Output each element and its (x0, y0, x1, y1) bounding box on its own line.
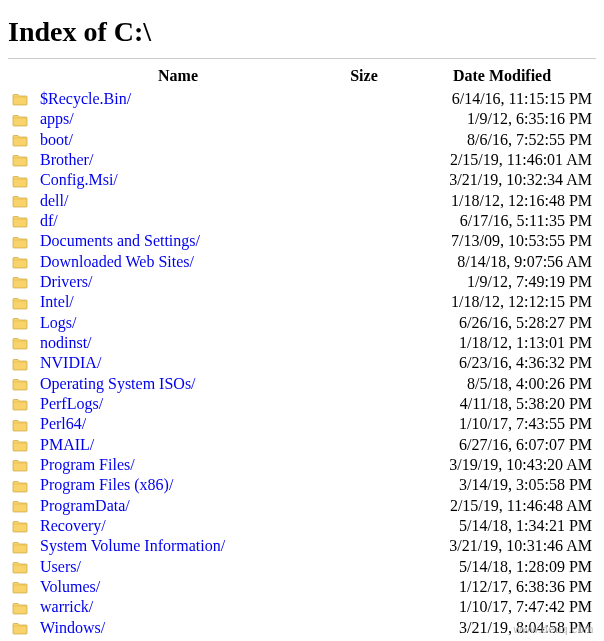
row-icon-cell (8, 313, 36, 333)
folder-icon (12, 601, 28, 617)
row-icon-cell (8, 577, 36, 597)
folder-icon (12, 458, 28, 474)
row-size-cell (320, 130, 408, 150)
table-row: NVIDIA/ 6/23/16, 4:36:32 PM (8, 353, 596, 373)
folder-icon (12, 580, 28, 596)
directory-link[interactable]: Perl64/ (40, 415, 86, 432)
directory-link[interactable]: dell/ (40, 192, 68, 209)
directory-link[interactable]: Downloaded Web Sites/ (40, 253, 194, 270)
row-size-cell (320, 191, 408, 211)
directory-link[interactable]: PMAIL/ (40, 436, 94, 453)
table-row: PerfLogs/ 4/11/18, 5:38:20 PM (8, 394, 596, 414)
directory-link[interactable]: boot/ (40, 131, 73, 148)
table-row: Perl64/ 1/10/17, 7:43:55 PM (8, 414, 596, 434)
row-icon-cell (8, 455, 36, 475)
row-date-cell: 6/27/16, 6:07:07 PM (408, 435, 596, 455)
directory-link[interactable]: Logs/ (40, 314, 76, 331)
row-date-cell: 3/21/19, 10:32:34 AM (408, 170, 596, 190)
row-size-cell (320, 414, 408, 434)
directory-link[interactable]: Drivers/ (40, 273, 92, 290)
row-name-cell: Volumes/ (36, 577, 320, 597)
row-date-cell: 3/21/19, 10:31:46 AM (408, 536, 596, 556)
row-icon-cell (8, 231, 36, 251)
row-name-cell: Recovery/ (36, 516, 320, 536)
folder-icon (12, 133, 28, 149)
folder-icon (12, 519, 28, 535)
folder-icon (12, 235, 28, 251)
directory-link[interactable]: Documents and Settings/ (40, 232, 200, 249)
row-icon-cell (8, 191, 36, 211)
row-date-cell: 3/19/19, 10:43:20 AM (408, 455, 596, 475)
folder-icon (12, 377, 28, 393)
table-row: Recovery/ 5/14/18, 1:34:21 PM (8, 516, 596, 536)
directory-link[interactable]: ProgramData/ (40, 497, 130, 514)
row-date-cell: 6/26/16, 5:28:27 PM (408, 313, 596, 333)
row-date-cell: 8/14/18, 9:07:56 AM (408, 252, 596, 272)
row-icon-cell (8, 435, 36, 455)
row-icon-cell (8, 394, 36, 414)
directory-link[interactable]: Program Files (x86)/ (40, 476, 173, 493)
row-name-cell: Documents and Settings/ (36, 231, 320, 251)
directory-link[interactable]: NVIDIA/ (40, 354, 101, 371)
header-icon (8, 65, 36, 89)
folder-icon (12, 499, 28, 515)
directory-link[interactable]: Intel/ (40, 293, 74, 310)
row-name-cell: Brother/ (36, 150, 320, 170)
header-size[interactable]: Size (320, 65, 408, 89)
folder-icon (12, 296, 28, 312)
row-date-cell: 2/15/19, 11:46:01 AM (408, 150, 596, 170)
folder-icon (12, 621, 28, 637)
directory-link[interactable]: Operating System ISOs/ (40, 375, 196, 392)
row-size-cell (320, 496, 408, 516)
directory-link[interactable]: Windows/ (40, 619, 105, 636)
row-name-cell: Drivers/ (36, 272, 320, 292)
row-name-cell: Config.Msi/ (36, 170, 320, 190)
row-date-cell: 1/18/12, 1:13:01 PM (408, 333, 596, 353)
table-row: Users/ 5/14/18, 1:28:09 PM (8, 557, 596, 577)
table-row: PMAIL/ 6/27/16, 6:07:07 PM (8, 435, 596, 455)
row-date-cell: 2/15/19, 11:46:48 AM (408, 496, 596, 516)
directory-link[interactable]: PerfLogs/ (40, 395, 103, 412)
directory-link[interactable]: warrick/ (40, 598, 93, 615)
directory-link[interactable]: Program Files/ (40, 456, 135, 473)
row-icon-cell (8, 211, 36, 231)
directory-link[interactable]: Users/ (40, 558, 81, 575)
directory-link[interactable]: nodinst/ (40, 334, 92, 351)
table-row: apps/ 1/9/12, 6:35:16 PM (8, 109, 596, 129)
row-icon-cell (8, 557, 36, 577)
row-icon-cell (8, 170, 36, 190)
row-size-cell (320, 109, 408, 129)
table-row: Drivers/ 1/9/12, 7:49:19 PM (8, 272, 596, 292)
header-name[interactable]: Name (36, 65, 320, 89)
directory-link[interactable]: System Volume Information/ (40, 537, 225, 554)
row-name-cell: $Recycle.Bin/ (36, 89, 320, 109)
header-date[interactable]: Date Modified (408, 65, 596, 89)
directory-link[interactable]: apps/ (40, 110, 74, 127)
row-date-cell: 4/11/18, 5:38:20 PM (408, 394, 596, 414)
folder-icon (12, 153, 28, 169)
row-name-cell: System Volume Information/ (36, 536, 320, 556)
page-title: Index of C:\ (8, 16, 596, 48)
table-row: Program Files/ 3/19/19, 10:43:20 AM (8, 455, 596, 475)
table-row: Brother/ 2/15/19, 11:46:01 AM (8, 150, 596, 170)
row-icon-cell (8, 252, 36, 272)
directory-link[interactable]: Config.Msi/ (40, 171, 118, 188)
row-icon-cell (8, 333, 36, 353)
directory-link[interactable]: Volumes/ (40, 578, 100, 595)
row-date-cell: 6/23/16, 4:36:32 PM (408, 353, 596, 373)
row-size-cell (320, 292, 408, 312)
directory-link[interactable]: Brother/ (40, 151, 93, 168)
directory-link[interactable]: $Recycle.Bin/ (40, 90, 131, 107)
row-date-cell: 5/14/18, 1:28:09 PM (408, 557, 596, 577)
row-size-cell (320, 252, 408, 272)
directory-link[interactable]: df/ (40, 212, 58, 229)
row-name-cell: PMAIL/ (36, 435, 320, 455)
row-size-cell (320, 333, 408, 353)
row-icon-cell (8, 536, 36, 556)
row-name-cell: Logs/ (36, 313, 320, 333)
row-icon-cell (8, 292, 36, 312)
row-date-cell: 6/14/16, 11:15:15 PM (408, 89, 596, 109)
row-size-cell (320, 455, 408, 475)
directory-link[interactable]: Recovery/ (40, 517, 106, 534)
table-row: Intel/ 1/18/12, 12:12:15 PM (8, 292, 596, 312)
